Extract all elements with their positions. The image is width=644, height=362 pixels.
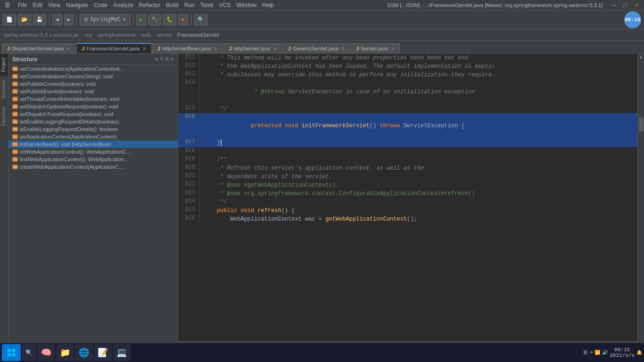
tab-httpservlet[interactable]: J HttpServlet.java ✕: [223, 43, 282, 53]
scroll-thumb[interactable]: [639, 117, 644, 132]
breadcrumb-springframework[interactable]: springframework: [98, 32, 136, 38]
breadcrumb-web[interactable]: web: [141, 32, 151, 38]
code-line-825: 825 public void refresh() {: [178, 206, 637, 215]
code-line-811: 811 * This method will be invoked after …: [178, 54, 637, 62]
left-tab-structure[interactable]: Structure: [0, 76, 8, 103]
dropdown-arrow: ▾: [123, 16, 126, 23]
menu-navigate[interactable]: Navigate: [63, 2, 91, 8]
list-item[interactable]: m setDispatchOptionsRequest(boolean): vo…: [8, 103, 178, 110]
close-tab-4[interactable]: ✕: [341, 46, 345, 51]
list-item[interactable]: m setPublishContext(boolean): void: [8, 80, 178, 88]
list-item-active[interactable]: m initServletBean(): void [HttpServletBe…: [8, 140, 178, 148]
method-icon: m: [12, 112, 18, 116]
tab-servlet[interactable]: J Servlet.java ✕: [351, 43, 400, 53]
menu-analyze[interactable]: Analyze: [110, 2, 136, 8]
taskbar-intellij[interactable]: 🧠: [37, 344, 55, 361]
code-line-824: 824 */: [178, 198, 637, 206]
breadcrumb-servlet[interactable]: servlet: [157, 32, 172, 38]
menu-vcs[interactable]: VCS: [216, 2, 234, 8]
item-label: setDispatchTraceRequest(boolean): void: [20, 111, 114, 117]
menu-run[interactable]: Run: [182, 2, 198, 8]
left-tab-favorites[interactable]: Favorites: [0, 103, 8, 130]
close-tab-3[interactable]: ✕: [273, 46, 277, 51]
tab-dispatcherservlet[interactable]: J DispatcherServlet.java ✕: [2, 43, 75, 53]
menu-tools[interactable]: Tools: [198, 2, 216, 8]
list-item[interactable]: m setContextInitializers(ApplicationCont…: [8, 65, 178, 73]
close-tab-5[interactable]: ✕: [391, 46, 395, 51]
menu-bar: ☰ File Edit View Navigate Code Analyze R…: [0, 0, 644, 10]
close-btn[interactable]: ✕: [632, 2, 642, 8]
taskbar-app2[interactable]: 💻: [113, 344, 131, 361]
code-line-817: 817 }: [178, 139, 637, 147]
start-button[interactable]: [2, 344, 21, 361]
taskbar-search[interactable]: 🔍: [22, 344, 36, 361]
back-btn[interactable]: ◀: [52, 14, 62, 25]
sep4: [191, 14, 191, 25]
breadcrumb-org[interactable]: org: [84, 32, 92, 38]
menu-view[interactable]: View: [45, 2, 63, 8]
item-label: initWebApplicationContext(): WebApplicat…: [20, 149, 131, 155]
list-item[interactable]: m initWebApplicationContext(): WebApplic…: [8, 148, 178, 156]
list-item[interactable]: m setContextInitializerClasses(String): …: [8, 73, 178, 80]
list-item[interactable]: m isEnableLoggingRequestDetails(): boole…: [8, 125, 178, 133]
save-btn[interactable]: 💾: [33, 14, 46, 25]
list-item[interactable]: m findWebApplicationContext(): WebApplic…: [8, 156, 178, 163]
list-item[interactable]: m setPublishEvents(boolean): void: [8, 88, 178, 95]
menu-edit[interactable]: Edit: [30, 2, 45, 8]
toolbar: 📄 📂 💾 ◀ ▶ ☰ SpringMVC ▾ ▶ 🔨 🐛 ■ 🔍 08:15: [0, 10, 644, 29]
main-layout: Project Structure Favorites Structure ⇅ …: [0, 54, 644, 352]
menu-file[interactable]: File: [15, 2, 30, 8]
close-sidebar-icon[interactable]: ✕: [171, 56, 174, 63]
sep2: [76, 14, 77, 25]
stop-btn[interactable]: ■: [178, 14, 188, 25]
menu-code[interactable]: Code: [91, 2, 110, 8]
breadcrumb: spring-webmvc-5.3.1-sources.jar › org › …: [0, 29, 644, 41]
tab-httpservletbean[interactable]: J HttpServletBean.java ✕: [152, 43, 223, 53]
forward-btn[interactable]: ▶: [64, 14, 74, 25]
search-btn[interactable]: 🔍: [194, 14, 207, 25]
list-item[interactable]: m setEnableLoggingRequestDetails(boolean…: [8, 118, 178, 125]
app2-icon: 💻: [116, 347, 127, 358]
method-icon: m: [12, 165, 18, 169]
method-icon: m: [12, 82, 18, 86]
settings-icon[interactable]: ⚙: [165, 56, 169, 63]
code-area[interactable]: 811 * This method will be invoked after …: [178, 54, 637, 341]
taskbar-app1[interactable]: 📝: [94, 344, 112, 361]
sort-alpha-icon[interactable]: ⇅: [155, 56, 158, 63]
app1-icon: 📝: [98, 347, 108, 358]
breadcrumb-file[interactable]: FrameworkServlet: [177, 32, 219, 38]
taskbar-time: 08:15 2021/x/x: [610, 347, 635, 358]
menu-build[interactable]: Build: [163, 2, 182, 8]
list-item[interactable]: m setThreadContextInheritable(boolean): …: [8, 95, 178, 103]
maximize-btn[interactable]: □: [621, 2, 630, 8]
new-file-btn[interactable]: 📄: [3, 14, 16, 25]
menu-help[interactable]: Help: [259, 2, 277, 8]
left-tab-project[interactable]: Project: [0, 54, 8, 76]
list-item[interactable]: m setApplicationContext(ApplicationConte…: [8, 133, 178, 140]
right-scrollbar[interactable]: ▲ ▼: [637, 54, 644, 352]
item-label-active: initServletBean(): void [HttpServletBean: [20, 141, 111, 147]
close-tab-2[interactable]: ✕: [214, 46, 217, 51]
minimize-btn[interactable]: ─: [609, 2, 619, 8]
notification-icon[interactable]: 🔔: [636, 350, 642, 355]
menu-refactor[interactable]: Refactor: [136, 2, 163, 8]
project-dropdown[interactable]: ☰ SpringMVC ▾: [80, 14, 130, 25]
tab-frameworkservlet[interactable]: J FrameworkServlet.java ✕: [76, 43, 151, 53]
run-btn[interactable]: ▶: [136, 14, 146, 25]
clock: 08:15: [624, 11, 641, 28]
list-item[interactable]: m setDispatchTraceRequest(boolean): void: [8, 110, 178, 118]
debug-btn[interactable]: 🐛: [163, 14, 176, 25]
taskbar-browser[interactable]: 🌐: [75, 344, 93, 361]
sort-icon[interactable]: ≡: [160, 56, 163, 63]
menu-window[interactable]: Window: [233, 2, 259, 8]
tab-genericservlet[interactable]: J GenericServlet.java ✕: [283, 43, 350, 53]
taskbar-file-explorer[interactable]: 📁: [56, 344, 74, 361]
breadcrumb-jar[interactable]: spring-webmvc-5.3.1-sources.jar: [4, 32, 79, 38]
open-btn[interactable]: 📂: [18, 14, 31, 25]
list-item[interactable]: m createWebApplicationContext(Applicatio…: [8, 163, 178, 171]
close-tab-1[interactable]: ✕: [142, 46, 146, 51]
scroll-up-btn[interactable]: ▲: [638, 54, 644, 61]
close-tab-0[interactable]: ✕: [66, 46, 70, 51]
intellij-icon: 🧠: [41, 347, 51, 358]
build-btn[interactable]: 🔨: [148, 14, 161, 25]
